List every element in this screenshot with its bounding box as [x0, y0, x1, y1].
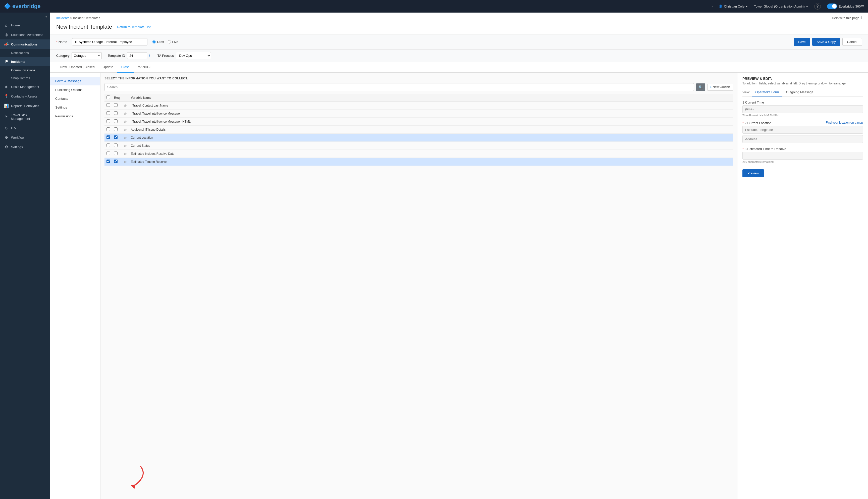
- sidebar-item-ita[interactable]: ◇ ITA: [0, 123, 50, 133]
- tab-new-updated-closed[interactable]: New | Updated | Closed: [56, 62, 99, 73]
- row-req-cell[interactable]: [112, 158, 122, 166]
- sidebar-item-contacts-assets[interactable]: 📍 Contacts + Assets: [0, 92, 50, 101]
- save-copy-button[interactable]: Save & Copy: [812, 38, 840, 46]
- find-location-link[interactable]: Find your location on a map: [826, 121, 863, 124]
- row-req-cell[interactable]: [112, 101, 122, 110]
- row-req-cell[interactable]: [112, 118, 122, 126]
- help-button[interactable]: ?: [814, 3, 821, 10]
- row-checkbox-cell[interactable]: [104, 110, 112, 118]
- row-checkbox-cell[interactable]: [104, 158, 112, 166]
- sidebar-item-settings[interactable]: ⚙ Settings: [0, 142, 50, 152]
- category-select[interactable]: Outages IT HR Facilities Security: [72, 52, 102, 59]
- help-link[interactable]: Help with this page ℹ: [832, 15, 862, 20]
- row-checkbox[interactable]: [107, 127, 110, 131]
- row-checkbox-cell[interactable]: [104, 118, 112, 126]
- template-id-input[interactable]: [127, 52, 147, 59]
- ita-process-select[interactable]: Dev Ops IT Support HR Finance: [176, 52, 211, 59]
- row-variable-name: _Travel: Contact Last Name: [129, 101, 733, 110]
- tab-close[interactable]: Close: [117, 62, 134, 73]
- drag-handle[interactable]: ⊕: [124, 127, 127, 132]
- row-req-checkbox[interactable]: [114, 144, 117, 147]
- drag-handle[interactable]: ⊕: [124, 160, 127, 164]
- new-variable-button[interactable]: + New Variable: [707, 84, 733, 91]
- return-to-template-link[interactable]: Return to Template List: [117, 25, 150, 29]
- live-radio-input[interactable]: [168, 40, 171, 44]
- draft-radio[interactable]: Draft: [152, 40, 164, 44]
- drag-handle[interactable]: ⊕: [124, 120, 127, 124]
- row-checkbox-cell[interactable]: [104, 101, 112, 110]
- location-address-input[interactable]: [742, 135, 863, 143]
- row-checkbox[interactable]: [107, 160, 110, 163]
- row-req-cell[interactable]: [112, 142, 122, 150]
- drag-handle[interactable]: ⊕: [124, 152, 127, 156]
- name-input[interactable]: [72, 38, 147, 46]
- search-button[interactable]: 🔍: [696, 83, 705, 91]
- row-req-checkbox[interactable]: [114, 135, 117, 139]
- sidebar-item-workflow[interactable]: ⚙ Workflow: [0, 133, 50, 142]
- nav-expand-button[interactable]: »: [709, 3, 716, 9]
- row-req-checkbox[interactable]: [114, 151, 117, 155]
- left-panel-settings[interactable]: Settings: [50, 103, 100, 112]
- tab-update[interactable]: Update: [99, 62, 117, 73]
- row-req-cell[interactable]: [112, 110, 122, 118]
- sidebar-item-crisis-management[interactable]: ◈ Crisis Management: [0, 82, 50, 92]
- select-all-checkbox[interactable]: [107, 96, 110, 99]
- sidebar-item-communications-sub[interactable]: Communications: [0, 66, 50, 74]
- row-req-checkbox[interactable]: [114, 119, 117, 123]
- logo[interactable]: 🔷 everbridge: [4, 3, 41, 10]
- drag-handle[interactable]: ⊕: [124, 144, 127, 148]
- draft-radio-input[interactable]: [152, 40, 156, 44]
- current-time-input[interactable]: [742, 105, 863, 113]
- sidebar-item-notifications[interactable]: Notifications: [0, 49, 50, 57]
- row-checkbox[interactable]: [107, 103, 110, 107]
- drag-handle[interactable]: ⊕: [124, 136, 127, 140]
- row-req-checkbox[interactable]: [114, 127, 117, 131]
- location-lat-lng-input[interactable]: [742, 126, 863, 134]
- row-drag-cell: ⊕: [122, 150, 129, 158]
- user-menu[interactable]: 👤 Christian Cole ▾: [719, 4, 748, 8]
- sidebar-item-communications[interactable]: 📣 Communications: [0, 39, 50, 49]
- toggle-switch[interactable]: [827, 3, 837, 9]
- sidebar-item-travel-risk[interactable]: ✈ Travel Risk Management: [0, 111, 50, 123]
- breadcrumb-parent[interactable]: Incidents: [56, 16, 69, 20]
- row-req-cell[interactable]: [112, 126, 122, 134]
- row-req-cell[interactable]: [112, 134, 122, 142]
- row-checkbox[interactable]: [107, 144, 110, 147]
- sidebar-item-incidents[interactable]: ⚑ Incidents: [0, 57, 50, 66]
- row-checkbox[interactable]: [107, 151, 110, 155]
- sidebar-item-situational-awareness[interactable]: ◎ Situational Awareness: [0, 30, 50, 39]
- row-req-checkbox[interactable]: [114, 160, 117, 163]
- row-checkbox-cell[interactable]: [104, 150, 112, 158]
- row-checkbox[interactable]: [107, 135, 110, 139]
- sidebar-collapse-button[interactable]: «: [0, 13, 50, 21]
- toggle-360[interactable]: Everbridge 360™: [827, 3, 864, 9]
- row-checkbox-cell[interactable]: [104, 126, 112, 134]
- preview-button[interactable]: Preview: [742, 169, 764, 177]
- row-checkbox[interactable]: [107, 111, 110, 115]
- drag-handle[interactable]: ⊕: [124, 104, 127, 108]
- left-panel-permissions[interactable]: Permissions: [50, 112, 100, 121]
- tab-manage[interactable]: MANAGE: [134, 62, 156, 73]
- view-tab-outgoing-message[interactable]: Outgoing Message: [782, 88, 817, 97]
- cancel-button[interactable]: Cancel: [842, 38, 862, 46]
- row-req-cell[interactable]: [112, 150, 122, 158]
- org-menu[interactable]: Tower Global (Organization Admin) ▾: [754, 4, 808, 8]
- sidebar-item-reports-analytics[interactable]: 📊 Reports + Analytics: [0, 101, 50, 111]
- left-panel-form-message[interactable]: Form & Message: [50, 77, 100, 85]
- row-req-checkbox[interactable]: [114, 111, 117, 115]
- search-input[interactable]: [104, 83, 694, 91]
- row-checkbox-cell[interactable]: [104, 134, 112, 142]
- view-tab-operators-form[interactable]: Operator's Form: [752, 88, 782, 97]
- row-checkbox-cell[interactable]: [104, 142, 112, 150]
- row-checkbox[interactable]: [107, 119, 110, 123]
- sidebar-item-snapcomms[interactable]: SnapComms: [0, 74, 50, 82]
- travel-risk-icon: ✈: [4, 114, 9, 119]
- sidebar-item-home[interactable]: ⌂ Home: [0, 21, 50, 30]
- save-button[interactable]: Save: [794, 38, 810, 46]
- left-panel-contacts[interactable]: Contacts: [50, 94, 100, 103]
- left-panel-publishing-options[interactable]: Publishing Options: [50, 85, 100, 94]
- row-req-checkbox[interactable]: [114, 103, 117, 107]
- est-time-input[interactable]: [742, 152, 863, 160]
- drag-handle[interactable]: ⊕: [124, 112, 127, 115]
- live-radio[interactable]: Live: [168, 40, 178, 44]
